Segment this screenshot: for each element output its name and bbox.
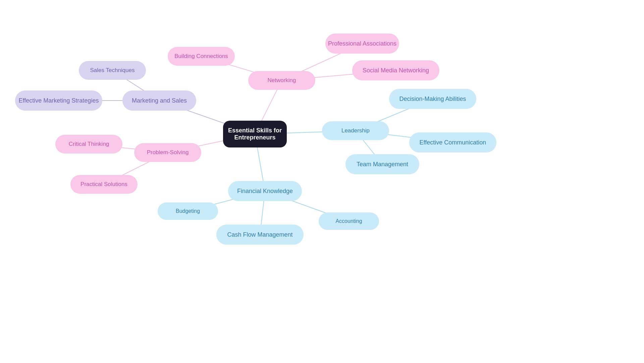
practical-solutions-label: Practical Solutions [80,181,127,188]
professional-assoc-label: Professional Associations [328,40,396,47]
social-media-label: Social Media Networking [363,67,429,74]
budgeting-node: Budgeting [158,202,218,220]
decision-making-node: Decision-Making Abilities [389,89,476,109]
social-media-node: Social Media Networking [352,60,439,80]
effective-marketing-label: Effective Marketing Strategies [19,97,99,104]
budgeting-label: Budgeting [176,208,200,214]
practical-solutions-node: Practical Solutions [70,175,138,194]
financial-node: Financial Knowledge [228,181,302,201]
networking-label: Networking [267,77,296,84]
professional-assoc-node: Professional Associations [325,34,399,54]
accounting-node: Accounting [319,213,379,230]
sales-techniques-node: Sales Techniques [79,61,146,80]
team-management-label: Team Management [357,161,408,168]
effective-communication-node: Effective Communication [409,132,496,153]
accounting-label: Accounting [335,218,362,224]
effective-marketing-node: Effective Marketing Strategies [15,90,102,111]
center-node: Essential Skills forEntrepreneurs [223,121,287,147]
problem-solving-label: Problem-Solving [147,149,189,156]
effective-communication-label: Effective Communication [420,139,486,146]
leadership-label: Leadership [341,127,370,134]
networking-node: Networking [248,71,315,90]
problem-solving-node: Problem-Solving [134,143,201,162]
sales-techniques-label: Sales Techniques [90,67,135,74]
decision-making-label: Decision-Making Abilities [399,96,466,103]
center-label: Essential Skills forEntrepreneurs [228,127,282,141]
marketing-label: Marketing and Sales [132,97,187,104]
marketing-node: Marketing and Sales [122,90,196,111]
financial-label: Financial Knowledge [237,188,293,195]
building-connections-label: Building Connections [174,53,228,60]
team-management-node: Team Management [345,154,419,174]
cash-flow-label: Cash Flow Management [227,231,292,238]
cash-flow-node: Cash Flow Management [216,225,304,245]
critical-thinking-label: Critical Thinking [69,141,109,147]
critical-thinking-node: Critical Thinking [55,135,122,154]
building-connections-node: Building Connections [168,47,235,66]
leadership-node: Leadership [322,121,389,140]
